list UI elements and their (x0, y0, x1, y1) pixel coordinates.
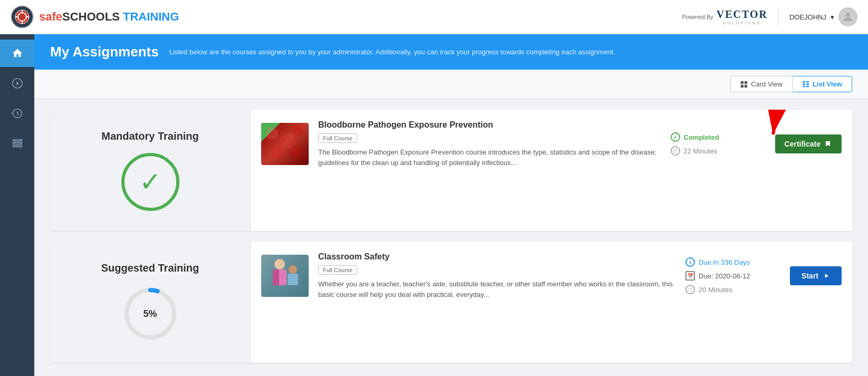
bloodborne-badge: Full Course (318, 133, 357, 143)
suggested-training-section: Suggested Training 5% (50, 242, 852, 363)
svg-rect-9 (13, 140, 22, 141)
svg-point-26 (290, 146, 301, 158)
user-avatar (838, 7, 857, 26)
sidebar-item-history[interactable] (0, 100, 34, 127)
sections-wrapper: Mandatory Training ✓ (34, 99, 868, 373)
header-right: Powered By VECTOR SOLUTIONS DOEJOHNJ ▾ (682, 7, 857, 26)
svg-point-24 (293, 126, 303, 136)
top-header: safeSCHOOLS TRAINING Powered By VECTOR S… (0, 0, 868, 34)
svg-point-25 (270, 145, 284, 159)
completion-circle: ✓ (121, 153, 179, 211)
suggested-courses: Classroom Safety Full Course Whether you… (251, 242, 852, 363)
list-view-label: List View (813, 80, 842, 88)
mandatory-label-panel: Mandatory Training ✓ (50, 110, 251, 231)
svg-rect-14 (741, 84, 743, 87)
vector-brand-text: VECTOR (717, 8, 768, 20)
status-check-icon: ✓ (671, 132, 680, 142)
vector-sub-text: SOLUTIONS (717, 21, 768, 25)
start-label: Start (802, 272, 818, 280)
certificate-label: Certificate (785, 140, 821, 148)
bloodborne-info: Bloodborne Pathogen Exposure Prevention … (318, 120, 661, 168)
classroom-info: Classroom Safety Full Course Whether you… (318, 252, 676, 300)
svg-rect-16 (803, 81, 805, 82)
svg-rect-34 (288, 274, 298, 285)
bloodborne-status: ✓ Completed (671, 132, 766, 142)
classroom-description: Whether you are a teacher, teacher's aid… (318, 279, 676, 300)
vector-logo: VECTOR SOLUTIONS (717, 8, 768, 25)
svg-rect-11 (13, 146, 22, 147)
page-title-bar: My Assignments Listed below are the cour… (34, 34, 868, 70)
svg-rect-21 (806, 85, 809, 87)
sidebar (0, 34, 34, 376)
calendar-icon: 📅 (685, 271, 695, 281)
bloodborne-status-text: Completed (684, 133, 719, 141)
svg-point-6 (846, 13, 850, 17)
sidebar-item-home[interactable] (0, 40, 34, 67)
bloodborne-course-row: Bloodborne Pathogen Exposure Prevention … (251, 110, 852, 178)
svg-marker-8 (16, 81, 20, 85)
mandatory-section-label: Mandatory Training (101, 130, 198, 142)
svg-point-22 (265, 127, 278, 140)
bloodborne-duration: ⏱ 22 Minutes (671, 146, 766, 156)
list-view-button[interactable]: List View (793, 76, 852, 92)
progress-circle: 5% (121, 285, 179, 343)
user-menu[interactable]: DOEJOHNJ ▾ (778, 7, 857, 26)
chevron-down-icon: ▾ (831, 13, 834, 21)
bloodborne-thumbnail (261, 123, 309, 165)
app-body: My Assignments Listed below are the cour… (0, 34, 868, 376)
bloodborne-action: Certificate (775, 134, 842, 153)
svg-rect-17 (806, 81, 809, 82)
info-icon: i (685, 257, 695, 267)
logo-training: TRAINING (123, 10, 179, 23)
completed-checkmark-icon: ✓ (139, 167, 161, 197)
svg-rect-13 (745, 81, 747, 83)
bloodborne-title: Bloodborne Pathogen Exposure Prevention (318, 120, 661, 130)
suggested-section-label: Suggested Training (101, 262, 199, 274)
start-button[interactable]: Start (790, 266, 842, 285)
classroom-due-days: i Due In 336 Days (685, 257, 780, 267)
sidebar-item-list[interactable] (0, 130, 34, 157)
svg-rect-20 (803, 85, 805, 87)
powered-by: Powered By VECTOR SOLUTIONS (682, 8, 768, 25)
powered-by-text: Powered By (682, 14, 713, 20)
page-title: My Assignments (50, 44, 159, 60)
progress-percent-text: 5% (143, 308, 157, 319)
logo-safe: safe (39, 10, 62, 23)
clock-icon: ⏱ (671, 146, 680, 156)
svg-rect-18 (803, 83, 805, 85)
classroom-duration: ⏱ 20 Minutes (685, 285, 780, 294)
username-text: DOEJOHNJ (789, 13, 826, 21)
bloodborne-meta: ✓ Completed ⏱ 22 Minutes (671, 132, 766, 156)
main-content: My Assignments Listed below are the cour… (34, 34, 868, 376)
logo-schools: SCHOOLS (62, 10, 120, 23)
view-toggle-bar: Card View List View (34, 70, 868, 99)
suggested-label-panel: Suggested Training 5% (50, 242, 251, 363)
mandatory-training-section: Mandatory Training ✓ (50, 110, 852, 231)
bloodborne-description: The Bloodborne Pathogen Exposure Prevent… (318, 147, 661, 168)
classroom-action: Start (790, 266, 842, 285)
card-view-label: Card View (751, 80, 783, 88)
logo-area: safeSCHOOLS TRAINING (11, 5, 179, 28)
clock-icon-2: ⏱ (685, 285, 695, 294)
due-days-text: Due In 336 Days (699, 258, 750, 266)
svg-rect-10 (13, 142, 22, 144)
svg-rect-15 (745, 84, 747, 87)
logo-text: safeSCHOOLS TRAINING (39, 10, 179, 24)
mandatory-courses: Bloodborne Pathogen Exposure Prevention … (251, 110, 852, 231)
classroom-duration-text: 20 Minutes (699, 286, 732, 294)
bloodborne-duration-text: 22 Minutes (684, 147, 718, 155)
page-subtitle: Listed below are the courses assigned to… (169, 48, 615, 56)
sidebar-item-play[interactable] (0, 70, 34, 97)
card-view-button[interactable]: Card View (730, 76, 793, 92)
classroom-course-row: Classroom Safety Full Course Whether you… (251, 242, 852, 310)
svg-point-33 (289, 265, 297, 274)
classroom-thumbnail (261, 255, 309, 297)
classroom-title: Classroom Safety (318, 252, 676, 262)
svg-point-30 (274, 259, 285, 269)
certificate-button[interactable]: Certificate (775, 134, 842, 153)
classroom-badge: Full Course (318, 265, 357, 275)
classroom-due-date: 📅 Due: 2020-06-12 (685, 271, 780, 281)
svg-rect-19 (806, 83, 809, 85)
svg-rect-32 (273, 269, 279, 285)
site-logo-circle (11, 5, 34, 28)
